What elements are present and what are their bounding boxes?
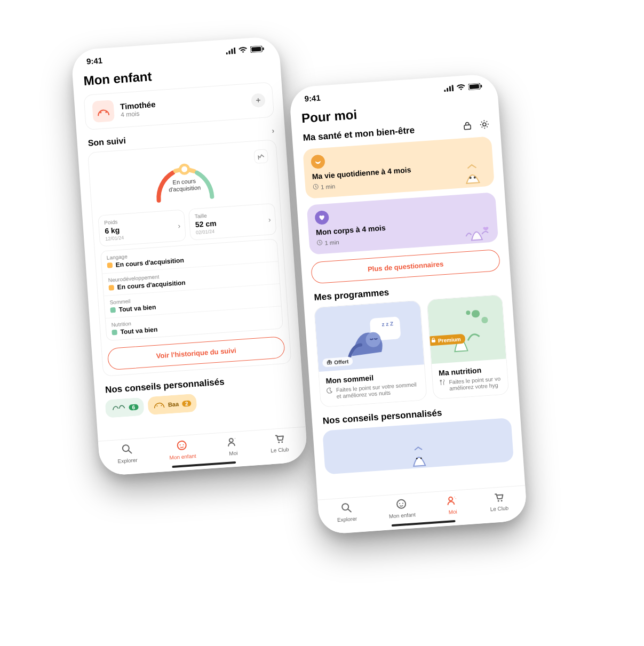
questionnaire-card-1[interactable]: Ma vie quotidienne à 4 mois 1 min	[303, 136, 495, 198]
tab-mon-enfant[interactable]: Mon enfant	[388, 498, 416, 519]
svg-line-42	[348, 509, 351, 512]
tab-moi[interactable]: Moi	[447, 495, 459, 515]
tab-bar: Explorer Mon enfant Moi Le Club	[98, 427, 308, 476]
svg-rect-5	[251, 47, 261, 52]
svg-rect-21	[447, 88, 448, 92]
svg-point-17	[229, 438, 233, 442]
program-card-sommeil[interactable]: z z Z Offert	[314, 300, 427, 407]
status-time: 9:41	[304, 93, 321, 103]
clock-icon	[316, 240, 323, 247]
conseil-chip-1[interactable]: 6	[105, 397, 144, 418]
child-card[interactable]: Timothée 4 mois +	[83, 82, 274, 130]
lock-icon[interactable]	[462, 121, 472, 133]
chevron-right-icon: ›	[272, 126, 275, 134]
svg-point-28	[483, 123, 486, 126]
tab-moi[interactable]: Moi	[227, 436, 239, 457]
battery-icon	[250, 44, 265, 54]
svg-point-18	[278, 442, 280, 443]
questionnaire-card-2[interactable]: Mon corps à 4 mois 1 min	[307, 192, 499, 254]
status-time: 9:41	[86, 55, 102, 66]
person-sparkle-icon	[447, 495, 458, 507]
svg-point-46	[449, 497, 452, 501]
add-child-button[interactable]: +	[251, 93, 266, 108]
chart-expand-button[interactable]	[253, 149, 268, 164]
svg-point-19	[281, 441, 283, 443]
status-icons	[443, 82, 482, 93]
svg-point-37	[466, 310, 471, 315]
metric-taille[interactable]: Taille 52 cm 02/01/24 ›	[188, 203, 277, 241]
fork-knife-icon	[439, 379, 447, 392]
suivi-card: En cours d'acquisition Poids 6 kg 12/01/…	[88, 139, 292, 377]
svg-point-45	[402, 503, 403, 504]
status-ok-icon	[110, 307, 116, 313]
baby-face-icon	[153, 400, 165, 410]
search-icon	[121, 443, 133, 456]
history-button[interactable]: Voir l'historique du suivi	[107, 336, 285, 370]
svg-rect-38	[432, 340, 435, 342]
tab-mon-enfant[interactable]: Mon enfant	[168, 439, 196, 460]
clock-icon	[313, 184, 319, 191]
gift-icon	[327, 359, 332, 366]
chevron-right-icon: ›	[178, 221, 181, 230]
conseil-chip-2[interactable]: Baa 2	[147, 394, 197, 415]
metric-poids[interactable]: Poids 6 kg 12/01/24 ›	[98, 209, 186, 246]
status-ok-icon	[112, 330, 117, 336]
svg-point-43	[397, 499, 406, 508]
gauge-wrap: En cours d'acquisition	[94, 146, 274, 212]
signal-icon	[443, 84, 454, 93]
battery-icon	[468, 82, 482, 92]
svg-rect-26	[481, 85, 482, 87]
character-icon	[403, 438, 434, 469]
svg-line-13	[129, 451, 131, 453]
wifi-icon	[238, 46, 248, 55]
gauge-label: En cours d'acquisition	[168, 177, 201, 194]
more-questionnaires-button[interactable]: Plus de questionnaires	[311, 249, 500, 284]
search-icon	[340, 502, 352, 515]
svg-point-9	[180, 165, 189, 174]
lotus-icon	[311, 154, 325, 169]
status-list: Langage En cours d'acquisition Neurodéve…	[100, 238, 283, 341]
chip-badge: 2	[182, 400, 192, 406]
status-warn-icon	[108, 285, 114, 291]
chip-text: Baa	[168, 401, 179, 408]
svg-rect-23	[452, 85, 454, 91]
moon-icon	[327, 387, 334, 400]
phone-left: 9:41 Mon enfant	[71, 36, 308, 476]
lock-icon	[431, 338, 436, 345]
gear-icon[interactable]	[479, 119, 489, 132]
wifi-icon	[456, 83, 465, 93]
cart-icon	[493, 491, 505, 504]
svg-rect-27	[464, 125, 471, 130]
svg-point-48	[500, 500, 502, 501]
svg-text:z z Z: z z Z	[381, 321, 393, 327]
chevron-right-icon: ›	[268, 215, 271, 224]
svg-point-11	[161, 405, 162, 406]
tab-explorer[interactable]: Explorer	[336, 502, 357, 523]
tab-le-club[interactable]: Le Club	[489, 491, 508, 512]
baby-icon	[176, 440, 188, 452]
svg-point-16	[183, 444, 184, 445]
chip-badge: 6	[129, 404, 138, 410]
heart-icon	[314, 210, 329, 225]
tab-bar: Explorer Mon enfant Moi Le Club	[317, 485, 528, 535]
svg-rect-1	[228, 51, 230, 54]
phone-right: 9:41 Pour moi Ma santé et mon bien-être	[289, 73, 528, 535]
program-card-nutrition[interactable]: Premium Ma nutrition Faites le point sur…	[426, 294, 509, 400]
character-icon	[458, 211, 494, 248]
tab-le-club[interactable]: Le Club	[269, 433, 289, 453]
svg-rect-20	[444, 90, 446, 92]
svg-rect-22	[449, 86, 451, 91]
svg-rect-2	[231, 49, 233, 54]
baby-icon	[396, 498, 408, 511]
tab-explorer[interactable]: Explorer	[116, 443, 138, 465]
conseil-card[interactable]	[322, 418, 514, 474]
svg-point-14	[178, 441, 187, 450]
svg-rect-25	[470, 84, 480, 89]
section-health: Ma santé et mon bien-être	[303, 125, 415, 143]
program-desc: Faites le point sur vo améliorez votre h…	[439, 375, 502, 392]
svg-point-44	[399, 503, 400, 504]
signal-icon	[226, 46, 236, 56]
program-illus: z z Z Offert	[314, 300, 424, 372]
suivi-header: Son suivi	[88, 136, 126, 148]
svg-rect-3	[234, 47, 236, 54]
